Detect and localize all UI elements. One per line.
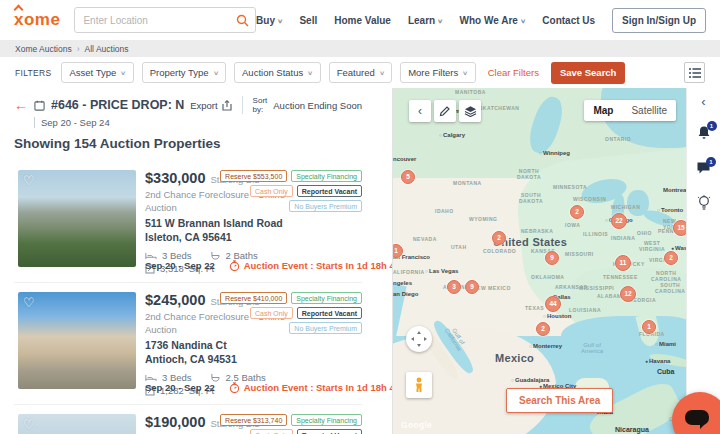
- reported-vacant-badge: Reported Vacant: [297, 307, 362, 319]
- map-marker[interactable]: 3: [447, 280, 461, 294]
- map-label: Nicaragua: [615, 426, 649, 433]
- save-search-button[interactable]: Save Search: [551, 62, 626, 84]
- saved-search-title: #646 - PRICE DROP: New Redu...: [51, 98, 184, 112]
- map-label: Winnipeg: [539, 150, 570, 156]
- notifications-button[interactable]: 1: [696, 125, 712, 145]
- clear-filters-link[interactable]: Clear Filters: [488, 67, 539, 78]
- breadcrumb-separator: ›: [77, 44, 80, 54]
- search-icon[interactable]: [236, 13, 249, 31]
- search-this-area-button[interactable]: Search This Area: [506, 388, 613, 413]
- starting-bid-price: $190,000: [145, 414, 205, 430]
- map-marker[interactable]: 2: [492, 231, 506, 245]
- listing-photo[interactable]: ♡: [18, 292, 136, 389]
- listing-card-3[interactable]: ♡ Reserve $313,740Specialty Financing Ca…: [14, 405, 362, 434]
- filter-more-filters[interactable]: More Filters∨: [400, 62, 476, 83]
- layers-button[interactable]: [459, 100, 481, 122]
- favorite-heart-icon[interactable]: ♡: [23, 296, 35, 309]
- share-icon: [222, 100, 232, 111]
- nav-buy[interactable]: Buy∨: [256, 15, 282, 26]
- map-back-button[interactable]: ‹: [409, 100, 431, 122]
- nav-who-we-are[interactable]: Who We Are∨: [460, 15, 526, 26]
- listing-photo[interactable]: ♡: [18, 414, 136, 434]
- xome-logo[interactable]: xome: [14, 10, 60, 30]
- reported-vacant-badge: Reported Vacant: [297, 429, 362, 434]
- map-label: WYOMING: [469, 216, 498, 222]
- map-label: WISCONSIN: [573, 196, 606, 202]
- map-marker[interactable]: 5: [401, 170, 415, 184]
- filters-label: FILTERS: [15, 68, 51, 78]
- calendar-icon: [34, 100, 45, 111]
- rail-collapse-chevron-icon[interactable]: ‹: [701, 94, 705, 109]
- search-input[interactable]: [74, 7, 256, 33]
- map-label: Mexico: [495, 352, 534, 364]
- map-label: Miami: [655, 341, 676, 347]
- nav-learn[interactable]: Learn∨: [408, 15, 443, 26]
- map-marker[interactable]: 11: [615, 255, 631, 271]
- page: xome Buy∨ Sell Home Value Learn∨ Who We …: [0, 0, 720, 434]
- nav-sell[interactable]: Sell: [299, 15, 317, 26]
- draw-tool-button[interactable]: [434, 100, 456, 122]
- map-marker[interactable]: 15: [673, 220, 686, 236]
- chevron-down-icon: ∨: [277, 17, 283, 24]
- map-marker[interactable]: 22: [611, 213, 627, 229]
- map-marker[interactable]: 9: [545, 251, 559, 265]
- nav-contact-us[interactable]: Contact Us: [542, 15, 595, 26]
- chevron-down-icon: ∨: [120, 69, 126, 76]
- map-label: MISSISSIPPI: [579, 285, 614, 291]
- map-label: TENNESSEE: [603, 274, 638, 280]
- export-button[interactable]: Export: [190, 100, 231, 111]
- map-toolbar: ‹: [409, 100, 481, 122]
- map-toggle-map[interactable]: Map: [584, 100, 622, 121]
- specialty-financing-badge: Specialty Financing: [291, 292, 362, 304]
- listing-card-1[interactable]: ♡ Reserve $553,500Specialty Financing Ca…: [14, 161, 362, 283]
- breadcrumb: Xome Auctions › All Auctions: [0, 40, 720, 57]
- map-label: Wash: [671, 245, 686, 251]
- sign-in-button[interactable]: Sign In/Sign Up: [612, 8, 706, 33]
- map-marker[interactable]: 12: [620, 286, 636, 302]
- favorite-heart-icon[interactable]: ♡: [23, 174, 35, 187]
- map-type-toggle: Map Satellite: [584, 100, 676, 121]
- listing-address[interactable]: 1736 Nandina CtAntioch, CA 94531: [145, 338, 362, 366]
- map-marker[interactable]: 1: [642, 320, 656, 334]
- map-marker[interactable]: 2: [664, 251, 678, 265]
- messages-button[interactable]: 1: [696, 161, 711, 179]
- map-label: Havana: [645, 358, 670, 364]
- favorite-heart-icon[interactable]: ♡: [23, 418, 35, 431]
- lightbulb-icon: [697, 195, 711, 212]
- filter-asset-type[interactable]: Asset Type∨: [61, 62, 133, 83]
- sort-by-label: Sort by:: [253, 96, 268, 114]
- google-attribution: Google: [401, 420, 432, 430]
- list-view-toggle-button[interactable]: [684, 62, 705, 83]
- filters-bar: FILTERS Asset Type∨ Property Type∨ Aucti…: [0, 57, 720, 88]
- listing-card-2[interactable]: ♡ Reserve $410,000Specialty Financing Ca…: [14, 283, 362, 405]
- map-marker[interactable]: 2: [536, 322, 550, 336]
- street-view-pegman[interactable]: [406, 372, 432, 398]
- filter-property-type[interactable]: Property Type∨: [142, 62, 226, 83]
- map-toggle-satellite[interactable]: Satellite: [622, 100, 676, 121]
- main-nav: Buy∨ Sell Home Value Learn∨ Who We Are∨ …: [256, 8, 706, 33]
- map-marker[interactable]: 2: [570, 205, 584, 219]
- map-marker[interactable]: 44: [545, 296, 561, 312]
- map-label: Cuba: [657, 368, 675, 375]
- listing-address[interactable]: 511 W Brannan Island RoadIsleton, CA 956…: [145, 216, 362, 244]
- back-arrow-icon[interactable]: ←: [14, 98, 28, 112]
- map-label: an Diego: [393, 291, 418, 297]
- map-label: Calgary: [439, 132, 465, 138]
- breadcrumb-all-auctions[interactable]: All Auctions: [85, 44, 129, 54]
- results-panel: ← #646 - PRICE DROP: New Redu... Export …: [0, 88, 392, 434]
- map-marker[interactable]: 9: [465, 280, 479, 294]
- listing-photo[interactable]: ♡: [18, 170, 136, 267]
- filter-featured[interactable]: Featured∨: [329, 62, 392, 83]
- map-label: NORTH CAROLINA: [651, 270, 681, 282]
- breadcrumb-xome-auctions[interactable]: Xome Auctions: [15, 44, 72, 54]
- top-header: xome Buy∨ Sell Home Value Learn∨ Who We …: [0, 0, 720, 40]
- map-label: LOUISIANA: [569, 307, 601, 313]
- nav-home-value[interactable]: Home Value: [334, 15, 391, 26]
- pan-arrows-icon: [410, 330, 428, 348]
- listing-badges: Reserve $313,740Specialty Financing Cash…: [220, 414, 362, 434]
- tips-button[interactable]: [697, 195, 711, 216]
- map-panel[interactable]: MANITOBASASKATCHEWANEdmontonCalgaryWinni…: [392, 88, 686, 434]
- sort-value-dropdown[interactable]: Auction Ending Soon: [273, 100, 362, 111]
- map-pan-control[interactable]: [406, 326, 432, 352]
- filter-auction-status[interactable]: Auction Status∨: [234, 62, 321, 83]
